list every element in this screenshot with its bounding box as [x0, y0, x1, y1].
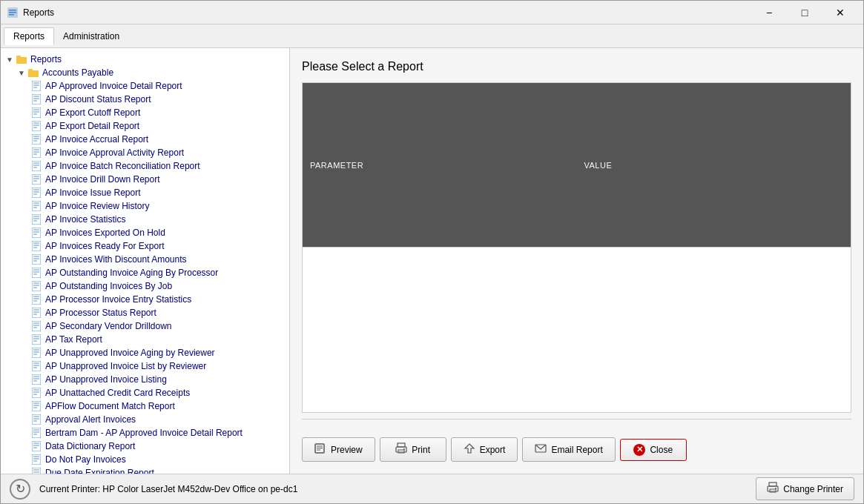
doc-icon [30, 440, 42, 452]
list-item[interactable]: AP Unapproved Invoice Aging by Reviewer [1, 346, 289, 359]
svg-point-143 [403, 448, 405, 450]
list-item[interactable]: AP Invoice Batch Reconciliation Report [1, 159, 289, 173]
divider [302, 419, 851, 420]
tree-label-item: Do Not Pay Invoices [44, 454, 128, 465]
doc-icon [30, 400, 42, 412]
menu-reports[interactable]: Reports [4, 27, 54, 45]
list-item[interactable]: APFlow Document Match Report [1, 399, 289, 413]
window-title: Reports [23, 7, 752, 18]
refresh-button[interactable]: ↻ [10, 479, 30, 500]
list-item[interactable]: AP Processor Status Report [1, 306, 289, 319]
list-item[interactable]: AP Invoice Review History [1, 199, 289, 213]
list-item[interactable]: Bertram Dam - AP Approved Invoice Detail… [1, 426, 289, 440]
doc-icon [30, 240, 42, 252]
list-item[interactable]: AP Outstanding Invoice Aging By Processo… [1, 266, 289, 279]
tree-node-accounts-payable[interactable]: ▼ Accounts Payable [1, 66, 289, 79]
close-button[interactable]: ✕ [823, 2, 857, 23]
tree-panel: ▼ Reports ▼ [1, 48, 290, 474]
right-panel: Please Select a Report PARAMETER VALUE [290, 48, 863, 474]
tree-label-item: AP Invoice Issue Report [44, 187, 142, 199]
preview-button[interactable]: Preview [302, 437, 375, 462]
action-bar: Preview Print [302, 437, 851, 462]
doc-icon [30, 467, 42, 474]
list-item[interactable]: AP Approved Invoice Detail Report [1, 79, 289, 93]
maximize-button[interactable]: □ [788, 2, 822, 23]
expander-reports[interactable]: ▼ [4, 53, 16, 65]
svg-rect-56 [32, 241, 41, 251]
list-item[interactable]: AP Invoices With Discount Amounts [1, 253, 289, 266]
svg-rect-1 [9, 10, 16, 11]
svg-rect-80 [32, 321, 41, 331]
close-icon: ✕ [633, 444, 645, 456]
list-item[interactable]: AP Outstanding Invoices By Job [1, 279, 289, 293]
email-report-button[interactable]: Email Report [522, 437, 615, 462]
list-item[interactable]: AP Tax Report [1, 333, 289, 346]
doc-icon [30, 253, 42, 265]
list-item[interactable]: AP Invoice Drill Down Report [1, 173, 289, 186]
list-item[interactable]: AP Invoice Statistics [1, 213, 289, 226]
list-item[interactable]: Due Date Expiration Report [1, 466, 289, 474]
list-item[interactable]: Data Dictionary Report [1, 440, 289, 453]
svg-rect-8 [32, 81, 41, 91]
close-button-action[interactable]: ✕ Close [620, 439, 687, 461]
list-item[interactable]: AP Unattached Credit Card Receipts [1, 386, 289, 399]
svg-rect-140 [398, 443, 405, 447]
change-printer-button[interactable]: Change Printer [756, 477, 854, 500]
svg-rect-24 [32, 134, 41, 145]
list-item[interactable]: Do Not Pay Invoices [1, 453, 289, 466]
svg-rect-3 [9, 14, 14, 16]
tree-label-item: AP Export Detail Report [44, 120, 141, 132]
doc-icon [30, 294, 42, 305]
column-header-value: VALUE [577, 83, 851, 248]
list-item[interactable]: AP Export Detail Report [1, 119, 289, 133]
tree-label-item: AP Invoice Accrual Report [44, 133, 150, 145]
expander-ap[interactable]: ▼ [16, 67, 27, 79]
tree-label-item: AP Tax Report [44, 334, 104, 345]
svg-rect-12 [32, 94, 41, 105]
doc-icon [30, 107, 42, 119]
list-item[interactable]: AP Invoice Approval Activity Report [1, 146, 289, 159]
tree-label-item: AP Invoice Statistics [44, 213, 128, 225]
doc-icon [30, 80, 42, 92]
minimize-button[interactable]: − [752, 2, 786, 23]
tree-label-item: AP Unapproved Invoice Aging by Reviewer [44, 347, 217, 359]
svg-rect-52 [32, 228, 41, 238]
print-button[interactable]: Print [380, 437, 446, 462]
doc-icon [30, 387, 42, 399]
doc-icon [30, 227, 42, 239]
doc-icon [30, 147, 42, 159]
tree-node-reports[interactable]: ▼ Reports [1, 53, 289, 66]
panel-title: Please Select a Report [302, 60, 851, 73]
list-item[interactable]: AP Unapproved Invoice List by Reviewer [1, 359, 289, 373]
email-report-label: Email Report [551, 445, 602, 455]
menu-administration[interactable]: Administration [54, 28, 128, 44]
tree-label-item: AP Export Cutoff Report [44, 107, 142, 119]
tree-label-item: AP Approved Invoice Detail Report [44, 80, 184, 92]
doc-icon [30, 280, 42, 292]
list-item[interactable]: AP Invoice Issue Report [1, 186, 289, 199]
tree-label-ap: Accounts Payable [41, 67, 115, 79]
list-item[interactable]: AP Invoice Accrual Report [1, 133, 289, 146]
list-item[interactable]: AP Secondary Vendor Drilldown [1, 319, 289, 333]
list-item[interactable]: AP Invoices Exported On Hold [1, 226, 289, 239]
svg-rect-64 [32, 268, 41, 278]
list-item[interactable]: AP Processor Invoice Entry Statistics [1, 293, 289, 306]
list-item[interactable]: AP Discount Status Report [1, 93, 289, 106]
tree-label-item: AP Invoices Ready For Export [44, 240, 166, 252]
main-content: ▼ Reports ▼ [1, 48, 863, 474]
list-item[interactable]: AP Unapproved Invoice Listing [1, 373, 289, 386]
list-item[interactable]: Approval Alert Invoices [1, 413, 289, 426]
svg-rect-36 [32, 174, 41, 185]
svg-rect-112 [32, 428, 41, 438]
list-item[interactable]: AP Invoices Ready For Export [1, 239, 289, 253]
menu-bar: Reports Administration [1, 24, 863, 48]
svg-rect-104 [32, 401, 41, 411]
list-item[interactable]: AP Export Cutoff Report [1, 106, 289, 119]
export-icon [464, 442, 475, 457]
svg-rect-4 [16, 57, 27, 64]
doc-icon [30, 160, 42, 172]
doc-icon [30, 374, 42, 385]
svg-rect-92 [32, 361, 41, 371]
doc-icon [30, 347, 42, 359]
export-button[interactable]: Export [451, 437, 518, 462]
